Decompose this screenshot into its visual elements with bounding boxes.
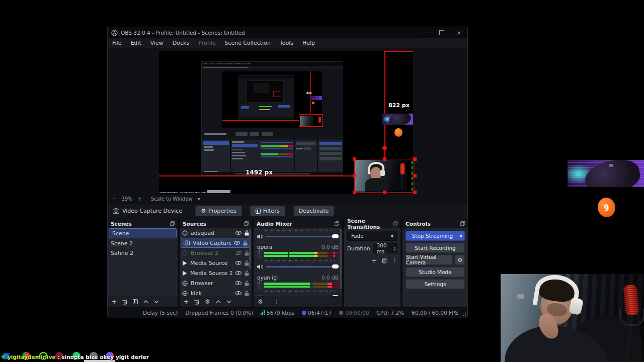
visibility-eye-icon[interactable]: [235, 281, 242, 285]
minimize-button[interactable]: [416, 27, 433, 38]
add-scene-button[interactable]: +: [112, 298, 117, 305]
volume-slider[interactable]: [266, 236, 339, 237]
move-source-down-button[interactable]: [226, 300, 231, 303]
source-item-video-capture[interactable]: Video Capture De: [181, 238, 251, 248]
rotation-handle[interactable]: [382, 146, 387, 150]
settings-button[interactable]: Settings: [406, 279, 465, 289]
transition-options-icon[interactable]: ⋮: [392, 257, 397, 264]
maximize-button[interactable]: [433, 27, 450, 38]
move-scene-up-button[interactable]: [143, 300, 148, 303]
move-scene-down-button[interactable]: [154, 300, 159, 303]
transition-select[interactable]: Fade ▾: [347, 231, 397, 241]
add-source-button[interactable]: +: [184, 298, 189, 305]
duration-input[interactable]: 300 ms ▴ ▾: [373, 243, 397, 253]
speaker-icon[interactable]: [257, 234, 264, 239]
lock-icon[interactable]: [245, 230, 249, 236]
sources-scrollbar[interactable]: [249, 230, 251, 269]
popout-icon[interactable]: [244, 221, 249, 226]
popout-icon[interactable]: [170, 221, 175, 226]
source-item-media-source-2[interactable]: Media Source 2: [180, 268, 252, 278]
stop-streaming-button[interactable]: Stop Streaming ▾: [406, 231, 465, 241]
source-item-media-source[interactable]: Media Source: [180, 258, 252, 268]
popout-icon[interactable]: [335, 221, 339, 226]
unlock-icon[interactable]: [245, 291, 249, 296]
zoom-out-button[interactable]: −: [112, 196, 116, 202]
microphone: [623, 285, 639, 316]
menu-file[interactable]: File: [108, 40, 126, 46]
unlock-icon[interactable]: [243, 240, 248, 246]
unlock-icon[interactable]: [245, 281, 249, 286]
speaker-icon[interactable]: [257, 264, 264, 269]
remove-source-button[interactable]: [194, 299, 199, 305]
controls-panel: Controls Stop Streaming ▾ Start Recordin…: [403, 219, 468, 307]
title-bar[interactable]: OBS 32.0.4 - Profile: Untitled - Scenes:…: [108, 27, 467, 38]
unlock-icon[interactable]: [245, 260, 249, 266]
menu-tools[interactable]: Tools: [275, 40, 298, 46]
popout-icon[interactable]: [460, 221, 465, 226]
streaming-indicator-icon: [302, 311, 306, 315]
selection-handle[interactable]: [383, 191, 386, 194]
volume-slider[interactable]: [266, 266, 339, 267]
scale-mode-select[interactable]: Scale to Window: [151, 196, 193, 202]
advanced-audio-icon[interactable]: ⚙: [258, 298, 263, 305]
menu-profile[interactable]: Profile: [194, 40, 220, 46]
selection-handle[interactable]: [413, 157, 417, 161]
visibility-eye-icon[interactable]: [235, 291, 242, 295]
scene-filters-button[interactable]: [133, 299, 138, 304]
docks-area: Scenes Scene Scene 2 Sahne 2 +: [108, 219, 467, 307]
menu-view[interactable]: View: [146, 40, 168, 46]
selection-handle[interactable]: [383, 157, 386, 161]
selection-handle[interactable]: [353, 191, 356, 194]
scene-item-sahne-2[interactable]: Sahne 2: [108, 248, 178, 258]
scale-mode-caret-icon[interactable]: ▾: [198, 196, 200, 202]
virtual-camera-settings-button[interactable]: ⚙: [455, 255, 465, 265]
mixer-options-icon[interactable]: ⋮: [257, 250, 262, 259]
menu-docks[interactable]: Docks: [168, 40, 194, 46]
speaker-icon[interactable]: [257, 295, 264, 297]
selection-handle[interactable]: [413, 191, 417, 194]
selection-handle[interactable]: [353, 174, 356, 177]
move-source-up-button[interactable]: [216, 300, 221, 303]
add-transition-button[interactable]: +: [371, 257, 377, 264]
menu-scene-collection[interactable]: Scene Collection: [220, 40, 275, 46]
webcam-source-selection[interactable]: [354, 159, 415, 193]
visibility-eye-icon[interactable]: [235, 261, 242, 265]
selection-handle[interactable]: [413, 174, 417, 177]
preview-canvas[interactable]: OBS 32.0.4 - Profile: Untitled - Scenes:…: [159, 51, 413, 194]
mixer-menu-icon[interactable]: ⋮: [274, 298, 280, 305]
visibility-eye-icon[interactable]: [235, 231, 242, 235]
source-item-kick[interactable]: kick: [180, 288, 252, 296]
visibility-eye-slash-icon[interactable]: [235, 251, 242, 255]
zoom-in-button[interactable]: +: [138, 196, 142, 202]
filters-button[interactable]: Filters: [250, 206, 285, 216]
scene-item-scene[interactable]: Scene: [109, 228, 177, 238]
resize-grip[interactable]: [462, 313, 466, 317]
visibility-eye-icon[interactable]: [235, 271, 242, 275]
scene-item-scene-2[interactable]: Scene 2: [108, 239, 178, 248]
remove-scene-button[interactable]: [122, 299, 127, 305]
mixer-scrollbar[interactable]: [340, 229, 342, 289]
properties-button[interactable]: ⚙ Properties: [195, 206, 242, 216]
mixer-options-icon[interactable]: ⋮: [257, 281, 262, 290]
unlock-icon[interactable]: [245, 250, 249, 256]
deactivate-button[interactable]: Deactivate: [293, 206, 335, 216]
start-virtual-camera-button[interactable]: Start Virtual Camera: [406, 255, 453, 265]
visibility-eye-icon[interactable]: [234, 241, 240, 245]
source-properties-button[interactable]: ⚙: [205, 298, 210, 305]
remove-transition-button[interactable]: [382, 258, 387, 263]
popout-icon[interactable]: [393, 221, 397, 226]
streaming-dropdown-icon[interactable]: ▾: [457, 233, 462, 239]
unlock-icon[interactable]: [245, 270, 249, 276]
close-button[interactable]: ×: [450, 27, 467, 38]
menu-help[interactable]: Help: [298, 40, 319, 46]
source-item-adsquad[interactable]: adsquad: [180, 228, 252, 238]
selection-handle[interactable]: [353, 157, 356, 161]
studio-mode-button[interactable]: Studio Mode: [406, 267, 465, 277]
crop-boundary-line: [412, 161, 413, 191]
menu-edit[interactable]: Edit: [126, 40, 145, 46]
duration-down-icon[interactable]: ▾: [394, 248, 395, 251]
start-recording-button[interactable]: Start Recording: [406, 243, 465, 253]
source-item-browser[interactable]: Browser: [180, 278, 252, 288]
play-icon: [182, 270, 187, 276]
source-item-browser-2[interactable]: Browser 2: [180, 248, 252, 258]
